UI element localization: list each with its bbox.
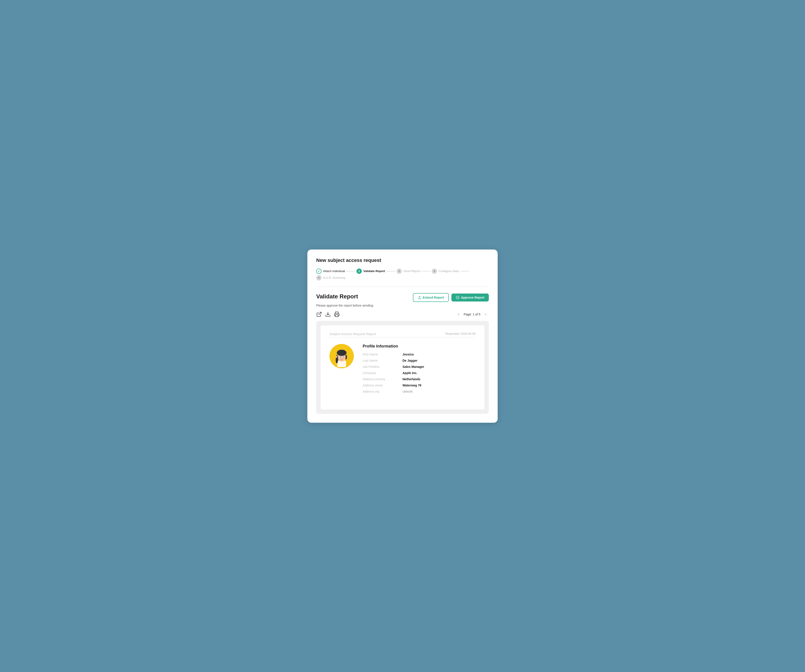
step-send-report: 3 Send Report bbox=[396, 269, 420, 274]
report-date-text: Requested: 2020-05-06 bbox=[445, 332, 475, 335]
toolbar: ‹ Page: 1 of 5 › bbox=[316, 311, 489, 318]
stepper: ✓ Attach Individual 2 Validate Report 3 … bbox=[316, 269, 489, 280]
pagination: ‹ Page: 1 of 5 › bbox=[455, 311, 489, 318]
pagination-label: Page: 1 of 5 bbox=[463, 313, 480, 316]
label-last-name: Last Name bbox=[363, 359, 402, 362]
pagination-next-button[interactable]: › bbox=[483, 311, 489, 318]
svg-point-8 bbox=[337, 350, 347, 356]
validate-header: Validate Report Extend Report Approve Re… bbox=[316, 293, 489, 302]
report-inner: Subject Access Request Report Requested:… bbox=[320, 325, 485, 410]
step-label-validate: Validate Report bbox=[363, 269, 385, 273]
approve-report-button[interactable]: Approve Report bbox=[452, 293, 489, 302]
step-circle-inactive-3: 3 bbox=[396, 269, 402, 274]
step-divider-1 bbox=[346, 271, 355, 271]
avatar-container bbox=[330, 344, 354, 368]
step-circle-inactive-4: 4 bbox=[432, 269, 437, 274]
validate-subtitle: Please approve the report before sending bbox=[316, 304, 489, 307]
step-label-send: Send Report bbox=[403, 269, 420, 273]
avatar bbox=[330, 344, 354, 368]
step-sar-summary: 5 S.A.R. Summary bbox=[316, 275, 345, 280]
print-icon[interactable] bbox=[334, 311, 340, 317]
main-card: New subject access request ✓ Attach Indi… bbox=[307, 249, 498, 423]
validate-title: Validate Report bbox=[316, 293, 358, 300]
main-divider bbox=[316, 287, 489, 287]
label-address-city: Address.city bbox=[363, 390, 402, 393]
profile-section: Profile Information First Name Jessica L… bbox=[330, 344, 475, 393]
step-circle-inactive-5: 5 bbox=[316, 275, 322, 280]
svg-rect-3 bbox=[335, 315, 338, 317]
step-divider-4 bbox=[460, 271, 469, 271]
extend-report-button[interactable]: Extend Report bbox=[413, 293, 449, 302]
svg-point-12 bbox=[343, 356, 344, 357]
action-buttons: Extend Report Approve Report bbox=[413, 293, 489, 302]
info-table: First Name Jessica Last Name De Jagger J… bbox=[363, 352, 475, 393]
svg-point-14 bbox=[336, 356, 337, 358]
svg-rect-5 bbox=[337, 361, 346, 367]
svg-line-1 bbox=[319, 312, 321, 315]
page-title: New subject access request bbox=[316, 257, 489, 263]
step-validate-report[interactable]: 2 Validate Report bbox=[356, 269, 385, 274]
check-circle-icon bbox=[456, 296, 459, 299]
step-label-summary: S.A.R. Summary bbox=[323, 276, 345, 279]
validate-title-area: Validate Report bbox=[316, 293, 358, 300]
label-address-country: Address.country bbox=[363, 377, 402, 381]
label-job-position: Job Position bbox=[363, 365, 402, 369]
label-company: Company bbox=[363, 371, 402, 375]
report-card: Subject Access Request Report Requested:… bbox=[316, 321, 489, 414]
pagination-prev-button[interactable]: ‹ bbox=[455, 311, 462, 318]
step-divider-2 bbox=[386, 271, 395, 271]
value-job-position: Sales Manager bbox=[402, 365, 475, 369]
upload-icon bbox=[418, 296, 421, 299]
step-circle-active: 2 bbox=[356, 269, 362, 274]
svg-point-13 bbox=[341, 358, 342, 358]
value-company: Apple Inc. bbox=[402, 371, 475, 375]
profile-info-section: Profile Information First Name Jessica L… bbox=[363, 344, 475, 393]
person-illustration bbox=[332, 346, 352, 368]
label-first-name: First Name bbox=[363, 352, 402, 356]
step-label-attach: Attach Individual bbox=[323, 269, 345, 273]
value-address-street: Waterweg 79 bbox=[402, 384, 475, 387]
download-icon[interactable] bbox=[325, 311, 331, 317]
step-configure-data: 4 Configure Data bbox=[432, 269, 459, 274]
step-attach-individual[interactable]: ✓ Attach Individual bbox=[316, 269, 345, 274]
value-address-country: Netherlands bbox=[402, 377, 475, 381]
step-label-configure: Configure Data bbox=[439, 269, 459, 273]
step-circle-done: ✓ bbox=[316, 269, 322, 274]
report-title-text: Subject Access Request Report bbox=[330, 332, 376, 336]
value-first-name: Jessica bbox=[402, 352, 475, 356]
value-address-city: Utrecht bbox=[402, 390, 475, 393]
svg-point-11 bbox=[340, 356, 341, 357]
profile-info-title: Profile Information bbox=[363, 344, 475, 349]
external-link-icon[interactable] bbox=[316, 311, 322, 317]
label-address-street: Address.street bbox=[363, 384, 402, 387]
toolbar-left bbox=[316, 311, 340, 317]
value-last-name: De Jagger bbox=[402, 359, 475, 362]
report-header: Subject Access Request Report Requested:… bbox=[330, 332, 475, 336]
svg-point-15 bbox=[336, 357, 337, 358]
step-divider-3 bbox=[422, 271, 430, 271]
